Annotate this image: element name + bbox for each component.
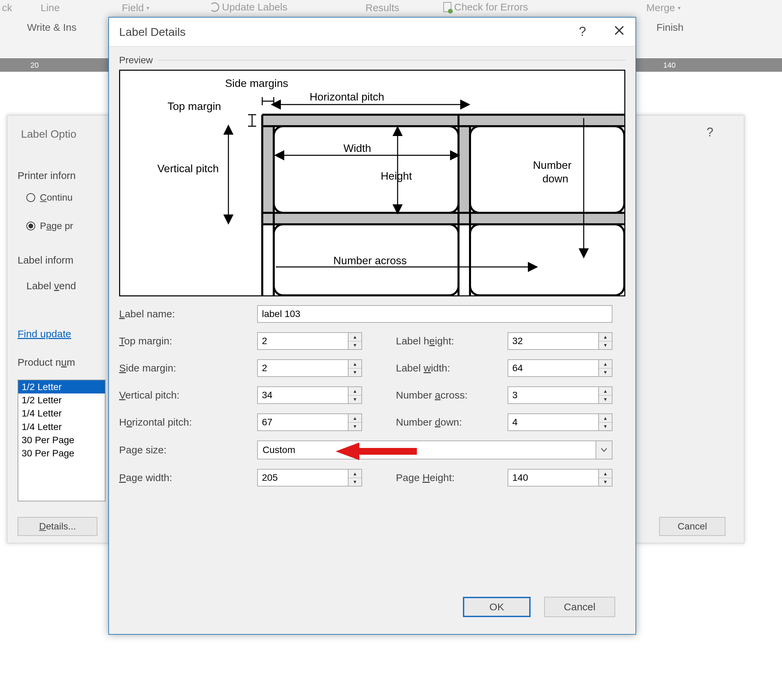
continuous-feed-label: CContinuontinu (40, 192, 73, 203)
ribbon-update-labels[interactable]: Update Labels (210, 2, 287, 13)
list-item[interactable]: 1/2 Letter (18, 380, 105, 393)
label-details-titlebar: Label Details ? (109, 18, 635, 47)
label-name-input[interactable]: label 103 (257, 305, 612, 323)
svg-rect-2 (262, 115, 274, 224)
page-width-label: Page width: (119, 472, 257, 483)
ribbon-line[interactable]: Line (41, 2, 60, 13)
ribbon-group-finish: Finish (657, 22, 684, 33)
top-margin-input[interactable]: 2 ▲▼ (257, 332, 362, 350)
label-preview-diagram: Side margins Top margin Horizontal pitch… (119, 70, 625, 297)
details-button[interactable]: Details... (18, 517, 97, 536)
side-margin-input[interactable]: 2 ▲▼ (257, 359, 362, 377)
ribbon-merge-dropdown[interactable]: Merge ▾ (646, 2, 680, 13)
label-details-dialog: Label Details ? Preview (108, 17, 636, 635)
refresh-icon (210, 2, 219, 12)
page-height-label: Page Height: (396, 472, 508, 483)
cancel-button[interactable]: Cancel (659, 517, 725, 536)
ribbon-field-dropdown[interactable]: Field ▾ (122, 2, 149, 13)
svg-text:down: down (542, 173, 569, 185)
continuous-feed-radio[interactable]: CContinuontinu (27, 192, 73, 203)
svg-rect-1 (262, 213, 624, 224)
number-across-label: Number across: (396, 389, 508, 401)
number-down-label: Number down: (396, 417, 508, 428)
document-check-icon (443, 2, 452, 12)
svg-text:Height: Height (381, 170, 412, 182)
page-width-input[interactable]: 205 ▲▼ (257, 469, 362, 487)
list-item[interactable]: 30 Per Page (18, 447, 105, 460)
svg-text:Number across: Number across (333, 254, 407, 267)
page-printers-label: Page pr (40, 221, 73, 232)
ruler-mark-right: 140 (663, 61, 676, 70)
list-item[interactable]: 1/2 Letter (18, 393, 105, 407)
spinner-icon[interactable]: ▲▼ (598, 414, 612, 430)
list-item[interactable]: 30 Per Page (18, 433, 105, 447)
label-height-input[interactable]: 32 ▲▼ (508, 332, 612, 350)
groupbox-divider (158, 60, 625, 60)
close-icon[interactable] (613, 24, 625, 40)
ribbon-update-labels-text: Update Labels (222, 2, 287, 13)
ribbon-merge-text: Merge (646, 2, 675, 13)
spinner-icon[interactable]: ▲▼ (598, 333, 612, 349)
ribbon-field-label: Field (122, 2, 144, 13)
label-vendors-label: Label vend (27, 280, 76, 292)
product-number-label: Product num (18, 357, 75, 368)
chevron-down-icon[interactable] (595, 441, 612, 459)
spinner-icon[interactable]: ▲▼ (348, 387, 362, 403)
page-height-input[interactable]: 140 ▲▼ (508, 469, 612, 487)
number-across-input[interactable]: 3 ▲▼ (508, 387, 612, 404)
cancel-button[interactable]: Cancel (544, 597, 615, 617)
svg-text:Number: Number (533, 159, 572, 171)
ribbon-results[interactable]: Results (365, 2, 399, 13)
list-item[interactable]: 1/4 Letter (18, 407, 105, 420)
svg-rect-7 (470, 224, 624, 295)
page-size-label: Page size: (119, 444, 257, 456)
spinner-icon[interactable]: ▲▼ (598, 360, 612, 376)
help-icon[interactable]: ? (579, 24, 586, 40)
svg-text:Side margins: Side margins (225, 77, 288, 89)
svg-rect-0 (262, 115, 624, 126)
svg-text:Vertical pitch: Vertical pitch (157, 162, 218, 175)
ribbon-group-write: Write & Ins (27, 22, 77, 33)
ribbon-check-errors-text: Check for Errors (454, 2, 528, 13)
ribbon-ck-fragment: ck (2, 2, 12, 13)
label-width-input[interactable]: 64 ▲▼ (508, 359, 612, 377)
radio-icon (27, 193, 35, 202)
annotation-arrow-icon (336, 443, 417, 460)
spinner-icon[interactable]: ▲▼ (348, 333, 362, 349)
label-info-section: Label inform (18, 254, 73, 266)
find-updates-link[interactable]: Find update (18, 328, 71, 340)
label-options-title: Label Optio (21, 128, 77, 140)
side-margin-label: Side margin: (119, 362, 257, 374)
ribbon-check-errors[interactable]: Check for Errors (443, 2, 528, 13)
ruler-mark-left: 20 (30, 61, 38, 70)
svg-text:Horizontal pitch: Horizontal pitch (310, 91, 384, 103)
chevron-down-icon: ▾ (678, 5, 680, 11)
help-icon[interactable]: ? (707, 125, 713, 139)
top-margin-label: Top margin: (119, 335, 257, 347)
svg-rect-3 (459, 115, 470, 224)
page-printers-radio[interactable]: Page pr (27, 221, 73, 232)
svg-text:Width: Width (343, 142, 371, 154)
label-details-title: Label Details (119, 25, 186, 38)
number-down-input[interactable]: 4 ▲▼ (508, 413, 612, 431)
vertical-pitch-input[interactable]: 34 ▲▼ (257, 387, 362, 404)
chevron-down-icon: ▾ (147, 5, 149, 11)
printer-info-label: Printer inforn (18, 170, 76, 181)
spinner-icon[interactable]: ▲▼ (598, 470, 612, 486)
spinner-icon[interactable]: ▲▼ (348, 470, 362, 486)
horizontal-pitch-label: Horizontal pitch: (119, 417, 257, 428)
label-name-label: Label name: (119, 308, 257, 320)
page-size-dropdown[interactable]: Custom (257, 440, 612, 460)
radio-icon (27, 222, 35, 230)
list-item[interactable]: 1/4 Letter (18, 420, 105, 433)
svg-text:Top margin: Top margin (167, 100, 221, 112)
label-width-label: Label width: (396, 362, 508, 374)
spinner-icon[interactable]: ▲▼ (598, 387, 612, 403)
vertical-pitch-label: Vertical pitch: (119, 389, 257, 401)
ok-button[interactable]: OK (463, 597, 530, 617)
horizontal-pitch-input[interactable]: 67 ▲▼ (257, 413, 362, 431)
spinner-icon[interactable]: ▲▼ (348, 414, 362, 430)
spinner-icon[interactable]: ▲▼ (348, 360, 362, 376)
svg-rect-37 (356, 448, 417, 455)
product-number-list[interactable]: 1/2 Letter 1/2 Letter 1/4 Letter 1/4 Let… (18, 380, 105, 502)
